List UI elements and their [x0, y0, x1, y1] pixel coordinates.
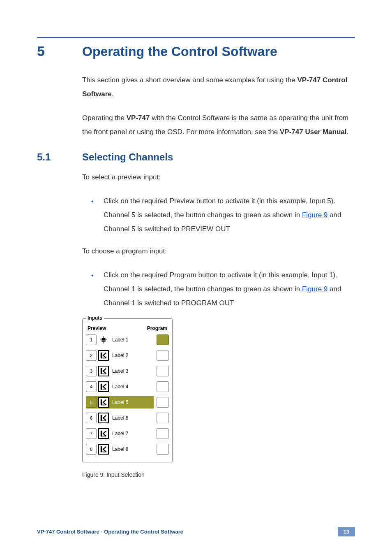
svg-rect-9: [101, 368, 102, 374]
kramer-icon[interactable]: KRAMER: [98, 397, 109, 408]
svg-text:KRAMER: KRAMER: [101, 420, 106, 422]
page-number: 13: [338, 527, 355, 536]
section-title: Operating the Control Software: [82, 44, 277, 59]
input-row-preview-wrap: 1oзLabel 1: [86, 334, 154, 346]
kramer-icon[interactable]: KRAMER: [98, 381, 109, 392]
preview-button[interactable]: 5: [86, 397, 97, 408]
preview-button[interactable]: 4: [86, 381, 97, 392]
input-label: Label 6: [109, 415, 154, 421]
program-bullet: Click on the required Program button to …: [91, 268, 355, 310]
program-button[interactable]: [157, 444, 169, 455]
preview-intro: To select a preview input:: [82, 170, 355, 184]
svg-marker-13: [102, 384, 106, 390]
inputs-panel: Inputs Preview Program 1oзLabel 12KRAMER…: [82, 318, 173, 462]
program-button[interactable]: [157, 334, 169, 345]
svg-text:KRAMER: KRAMER: [101, 404, 106, 406]
program-button[interactable]: [157, 413, 169, 423]
svg-rect-12: [101, 384, 102, 390]
input-row-preview-wrap: 4KRAMERLabel 4: [86, 381, 154, 393]
input-row-preview-wrap: 5KRAMERLabel 5: [86, 396, 154, 408]
input-row: 4KRAMERLabel 4: [86, 381, 169, 393]
input-label: Label 1: [109, 337, 154, 343]
svg-rect-21: [101, 431, 102, 436]
preview-button[interactable]: 3: [86, 366, 97, 376]
svg-marker-19: [102, 415, 106, 421]
program-button[interactable]: [157, 366, 169, 376]
subsection-heading: 5.1 Selecting Channels: [37, 151, 355, 163]
program-header: Program: [147, 325, 167, 331]
bullet1-t1: Click on the required Preview button to …: [104, 197, 335, 219]
chip-icon[interactable]: oз: [98, 334, 109, 345]
input-label: Label 3: [109, 368, 154, 374]
intro-text-2: .: [112, 90, 114, 98]
input-label: Label 2: [109, 353, 154, 358]
kramer-icon[interactable]: KRAMER: [98, 366, 109, 376]
input-row: 2KRAMERLabel 2: [86, 349, 169, 362]
input-label: Label 5: [109, 399, 154, 405]
preview-header: Preview: [88, 325, 106, 331]
svg-marker-25: [102, 446, 106, 452]
page-footer: VP-747 Control Software - Operating the …: [37, 527, 355, 536]
input-row-preview-wrap: 2KRAMERLabel 2: [86, 349, 154, 362]
svg-rect-6: [101, 353, 102, 358]
kramer-icon[interactable]: KRAMER: [98, 413, 109, 423]
svg-marker-22: [102, 431, 106, 436]
preview-button[interactable]: 8: [86, 444, 97, 455]
input-row-preview-wrap: 7KRAMERLabel 7: [86, 427, 154, 440]
program-button[interactable]: [157, 381, 169, 392]
svg-text:KRAMER: KRAMER: [101, 436, 106, 437]
kramer-icon[interactable]: KRAMER: [98, 428, 109, 439]
input-row: 6KRAMERLabel 6: [86, 412, 169, 424]
svg-text:oз: oз: [102, 339, 105, 341]
preview-button[interactable]: 1: [86, 334, 97, 345]
intro-paragraph: This section gives a short overview and …: [82, 73, 355, 101]
svg-text:KRAMER: KRAMER: [101, 451, 106, 453]
preview-button[interactable]: 6: [86, 413, 97, 423]
section-number: 5: [37, 43, 66, 59]
svg-rect-15: [101, 399, 102, 405]
kramer-icon[interactable]: KRAMER: [98, 350, 109, 361]
input-row: 8KRAMERLabel 8: [86, 443, 169, 455]
inputs-legend: Inputs: [86, 315, 104, 321]
subsection-number: 5.1: [37, 151, 66, 163]
section-heading: 5 Operating the Control Software: [37, 37, 355, 59]
footer-title: VP-747 Control Software - Operating the …: [37, 529, 183, 535]
input-row-preview-wrap: 3KRAMERLabel 3: [86, 365, 154, 377]
svg-text:KRAMER: KRAMER: [101, 373, 106, 375]
para2-t1: Operating the: [82, 114, 127, 122]
svg-marker-10: [102, 368, 106, 374]
svg-rect-18: [101, 415, 102, 421]
input-label: Label 8: [109, 446, 154, 452]
program-button[interactable]: [157, 350, 169, 361]
figure-9-link-2[interactable]: Figure 9: [302, 285, 327, 293]
figure-caption: Figure 9: Input Selection: [82, 471, 355, 478]
para2-b2: VP-747 User Manual: [280, 128, 347, 136]
preview-button[interactable]: 7: [86, 428, 97, 439]
input-row: 5KRAMERLabel 5: [86, 396, 169, 408]
svg-text:KRAMER: KRAMER: [101, 357, 106, 359]
svg-marker-16: [102, 399, 106, 405]
subsection-title: Selecting Channels: [82, 151, 173, 163]
svg-text:KRAMER: KRAMER: [101, 389, 106, 390]
input-row-preview-wrap: 6KRAMERLabel 6: [86, 412, 154, 424]
input-row: 7KRAMERLabel 7: [86, 427, 169, 440]
program-button[interactable]: [157, 397, 169, 408]
para2-t3: .: [346, 128, 348, 136]
preview-bullet: Click on the required Preview button to …: [91, 194, 355, 236]
input-label: Label 7: [109, 431, 154, 436]
program-intro: To choose a program input:: [82, 244, 355, 258]
input-row: 3KRAMERLabel 3: [86, 365, 169, 377]
intro-text-1: This section gives a short overview and …: [82, 76, 297, 84]
operating-paragraph: Operating the VP-747 with the Control So…: [82, 111, 355, 139]
svg-marker-7: [102, 353, 106, 358]
figure-9-link[interactable]: Figure 9: [302, 211, 327, 219]
input-label: Label 4: [109, 384, 154, 390]
input-row-preview-wrap: 8KRAMERLabel 8: [86, 443, 154, 455]
program-button[interactable]: [157, 428, 169, 439]
preview-button[interactable]: 2: [86, 350, 97, 361]
para2-b1: VP-747: [127, 114, 150, 122]
kramer-icon[interactable]: KRAMER: [98, 444, 109, 455]
svg-rect-24: [101, 446, 102, 452]
input-row: 1oзLabel 1: [86, 334, 169, 346]
